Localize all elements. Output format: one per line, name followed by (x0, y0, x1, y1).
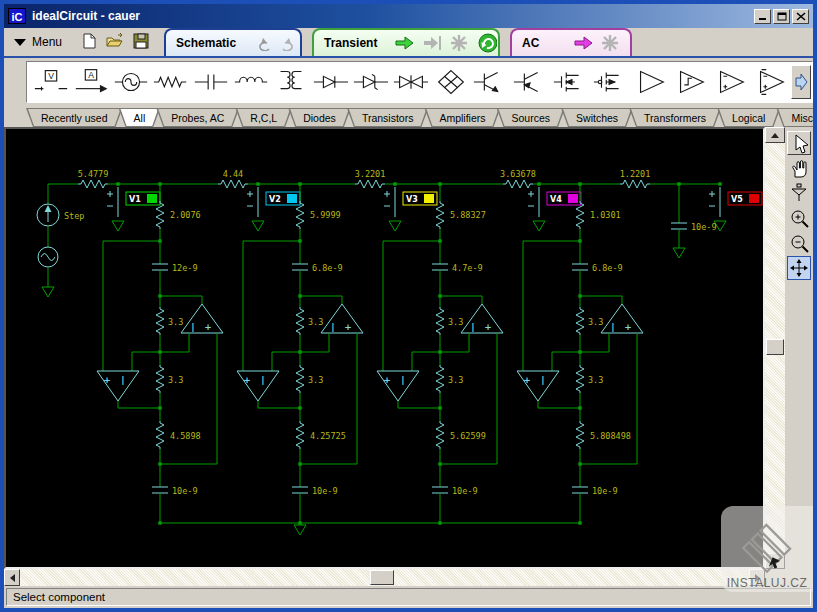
save-file-button[interactable] (130, 30, 152, 52)
component-resistor-icon[interactable] (151, 65, 191, 99)
menu-label: Menu (32, 35, 62, 49)
category-tab-transistors[interactable]: Transistors (347, 108, 429, 127)
value-label: 5.4779 (78, 169, 109, 179)
value-label: | (331, 322, 334, 332)
category-tab-transformers[interactable]: Transformers (629, 108, 721, 127)
junction-dot (718, 182, 721, 185)
component-instrumentation-amp-icon[interactable] (751, 65, 791, 99)
stop-x-icon (600, 33, 620, 53)
category-tab-rcl[interactable]: R,C,L (235, 108, 292, 127)
zoom-out-button[interactable] (787, 231, 811, 255)
title-bar[interactable]: iC idealCircuit - cauer (4, 4, 813, 28)
component-opamp-icon[interactable] (671, 65, 711, 99)
menu-button[interactable]: Menu (14, 35, 62, 49)
minimize-button[interactable] (754, 9, 771, 24)
open-file-button[interactable] (104, 30, 126, 52)
close-button[interactable] (792, 9, 809, 24)
value-label: + (383, 375, 391, 385)
pan-tool-button[interactable] (787, 156, 811, 180)
stop-transient-icon[interactable] (449, 33, 469, 53)
resistor (436, 421, 444, 449)
value-label: 3.3 (448, 375, 463, 385)
schematic-drawing[interactable]: 5.47794.443.22013.636781.2201StepV1V2V3V… (6, 129, 763, 567)
value-label: | (121, 375, 124, 385)
value-label: 3.3 (168, 375, 183, 385)
new-file-button[interactable] (78, 30, 100, 52)
component-pmos-icon[interactable] (591, 65, 631, 99)
vertical-scroll-thumb[interactable] (766, 339, 784, 355)
step-arrow-icon (421, 33, 441, 53)
tab-transient[interactable]: Transient (312, 28, 500, 56)
component-current-probe-icon[interactable]: A (71, 65, 111, 99)
resistor (436, 307, 444, 335)
run-ac-icon[interactable] (572, 33, 592, 53)
redo-icon[interactable] (280, 33, 300, 53)
component-capacitor-icon[interactable] (191, 65, 231, 99)
run-transient-icon[interactable] (393, 33, 413, 53)
vertical-scrollbar[interactable] (765, 127, 785, 569)
redo-arrow-icon (280, 35, 300, 51)
category-tab-amplifiers[interactable]: Amplifiers (424, 108, 500, 127)
component-zener-diode-icon[interactable] (351, 65, 391, 99)
horizontal-scroll-thumb[interactable] (370, 570, 394, 585)
resistor (576, 421, 584, 449)
new-file-icon (80, 32, 98, 50)
component-transformer-icon[interactable] (271, 65, 311, 99)
value-label: + (523, 375, 531, 385)
resistor (156, 421, 164, 449)
select-tool-button[interactable] (787, 131, 811, 155)
schematic-canvas[interactable]: 5.47794.443.22013.636781.2201StepV1V2V3V… (4, 127, 765, 569)
step-transient-icon[interactable] (421, 33, 441, 53)
component-voltage-probe-icon[interactable]: V (31, 65, 71, 99)
category-tab-sources[interactable]: Sources (497, 108, 566, 127)
category-tab-probes-ac[interactable]: Probes, AC (156, 108, 239, 127)
svg-text:A: A (88, 70, 94, 80)
fit-view-button[interactable] (787, 256, 811, 280)
category-tab-misc[interactable]: Misc (776, 108, 817, 127)
maximize-button[interactable] (773, 9, 790, 24)
up-arrow-icon (771, 133, 779, 138)
resistor (576, 307, 584, 335)
category-tab-all[interactable]: All (119, 108, 161, 127)
ground-symbol (294, 525, 306, 535)
toolbar-scroll-right-button[interactable] (791, 65, 811, 99)
installuj-logo-icon (739, 520, 795, 576)
probe-color-swatch (424, 194, 434, 203)
close-icon (796, 12, 806, 21)
value-label: + (243, 375, 251, 385)
stop-ac-icon[interactable] (600, 33, 620, 53)
component-bidirectional-diode-icon[interactable] (391, 65, 431, 99)
probe-tool-button[interactable] (787, 181, 811, 205)
tab-ac[interactable]: AC (510, 28, 632, 56)
resistor (296, 307, 304, 335)
value-label: 3.3 (308, 375, 323, 385)
stop-x-icon (449, 33, 469, 53)
resistor (156, 365, 164, 393)
green-play-arrow-icon (393, 33, 413, 53)
component-bridge-rectifier-icon[interactable] (431, 65, 471, 99)
scroll-up-button[interactable] (765, 127, 785, 143)
component-npn-transistor-icon[interactable] (471, 65, 511, 99)
junction-dot (537, 182, 540, 185)
undo-icon[interactable] (252, 33, 272, 53)
category-tab-switches[interactable]: Switches (561, 108, 633, 127)
component-amplifier-icon[interactable] (631, 65, 671, 99)
component-pnp-transistor-icon[interactable] (511, 65, 551, 99)
component-comparator-icon[interactable] (711, 65, 751, 99)
probe-color-swatch (749, 194, 759, 203)
zoom-in-button[interactable] (787, 206, 811, 230)
component-diode-icon[interactable] (311, 65, 351, 99)
tab-schematic[interactable]: Schematic (164, 28, 302, 56)
category-tab-recently-used[interactable]: Recently used (26, 108, 123, 127)
cursor-arrow-icon (788, 132, 810, 154)
category-tab-diodes[interactable]: Diodes (288, 108, 351, 127)
resistor (218, 180, 248, 188)
scroll-left-button[interactable] (4, 569, 20, 586)
component-nmos-icon[interactable] (551, 65, 591, 99)
component-inductor-icon[interactable] (231, 65, 271, 99)
horizontal-scrollbar[interactable] (4, 569, 765, 586)
loop-transient-icon[interactable] (477, 33, 497, 53)
component-source-icon[interactable] (111, 65, 151, 99)
category-tab-logical[interactable]: Logical (717, 108, 780, 127)
menu-row: Menu Schematic Transient AC (4, 28, 813, 58)
